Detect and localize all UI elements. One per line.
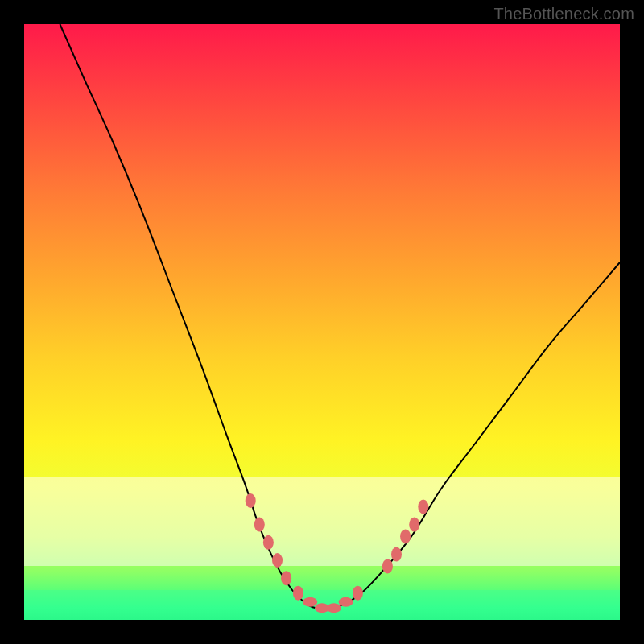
marker-dot <box>400 529 411 543</box>
marker-dot <box>339 597 353 607</box>
plot-area <box>24 24 620 620</box>
bottleneck-curve <box>60 24 620 609</box>
chart-svg <box>24 24 620 620</box>
marker-dot <box>272 553 283 568</box>
marker-dot <box>353 586 363 601</box>
outer-frame: TheBottleneck.com <box>0 0 644 644</box>
attribution-text: TheBottleneck.com <box>493 5 634 23</box>
marker-dot <box>254 518 265 532</box>
marker-dot <box>418 499 428 514</box>
highlight-markers <box>246 493 429 613</box>
marker-dot <box>327 603 341 613</box>
marker-dot <box>263 535 274 550</box>
marker-dot <box>246 493 256 508</box>
marker-dot <box>303 597 317 607</box>
marker-dot <box>409 518 419 532</box>
marker-dot <box>391 547 402 562</box>
marker-dot <box>281 571 291 585</box>
marker-dot <box>382 559 393 573</box>
marker-dot <box>293 586 303 601</box>
